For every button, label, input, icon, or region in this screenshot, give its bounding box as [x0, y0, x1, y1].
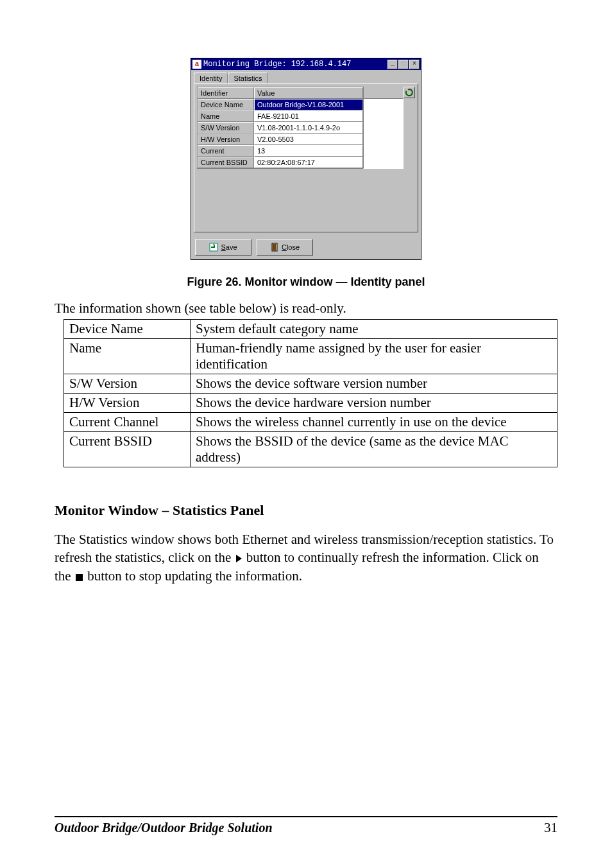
detail-pane: [363, 98, 404, 169]
paragraph: The Statistics window shows both Etherne…: [55, 530, 557, 585]
cell-id: S/W Version: [198, 122, 254, 134]
cell-val: V2.00-5503: [254, 134, 363, 145]
cell-id: H/W Version: [198, 134, 254, 145]
table-row[interactable]: Name FAE-9210-01: [198, 110, 363, 122]
col-value: Value: [254, 87, 363, 99]
cell-val: Outdoor Bridge-V1.08-2001: [254, 99, 363, 110]
cell-id: Current BSSID: [198, 157, 254, 168]
cell-desc: Shows the wireless channel currently in …: [191, 413, 557, 432]
stop-icon: [76, 574, 83, 581]
cell-desc: Shows the device software version number: [191, 374, 557, 394]
cell-key: Name: [64, 339, 191, 374]
table-row: Current Channel Shows the wireless chann…: [64, 413, 557, 432]
refresh-button[interactable]: [404, 87, 415, 98]
col-identifier: Identifier: [198, 87, 254, 99]
table-row: H/W Version Shows the device hardware ve…: [64, 394, 557, 413]
close-button[interactable]: Close: [257, 239, 313, 256]
text: button to stop updating the information.: [84, 568, 302, 584]
table-row: S/W Version Shows the device software ve…: [64, 374, 557, 394]
save-button[interactable]: Save: [195, 239, 251, 256]
table-row: Name Human-friendly name assigned by the…: [64, 339, 557, 374]
table-row[interactable]: Device Name Outdoor Bridge-V1.08-2001: [198, 99, 363, 110]
svg-rect-2: [273, 244, 276, 250]
identity-panel: Identifier Value Device Name Outdoor Bri…: [194, 83, 418, 232]
save-label: Save: [221, 243, 237, 251]
button-bar: Save Close: [191, 235, 421, 259]
section-heading: Monitor Window – Statistics Panel: [55, 502, 557, 519]
identity-table: Identifier Value Device Name Outdoor Bri…: [197, 87, 364, 169]
app-icon: a: [192, 60, 201, 69]
cell-val: 02:80:2A:08:67:17: [254, 157, 363, 168]
save-icon: [209, 243, 218, 252]
cell-id: Name: [198, 110, 254, 122]
table-row[interactable]: Current Channel 13: [198, 145, 363, 157]
table-row[interactable]: S/W Version V1.08-2001-1.1.0-1.4.9-2o: [198, 122, 363, 134]
minimize-button[interactable]: _: [387, 60, 398, 69]
close-window-button[interactable]: ×: [409, 60, 420, 69]
refresh-icon: [405, 89, 413, 96]
tab-statistics[interactable]: Statistics: [228, 73, 268, 83]
cell-desc: Shows the BSSID of the device (same as t…: [191, 432, 557, 467]
table-row: Device Name System default category name: [64, 320, 557, 339]
window-title: Monitoring Bridge: 192.168.4.147: [203, 60, 387, 69]
play-icon: [236, 555, 242, 562]
footer-title: Outdoor Bridge/Outdoor Bridge Solution: [55, 820, 273, 835]
info-table: Device Name System default category name…: [64, 319, 557, 467]
cell-desc: Human-friendly name assigned by the user…: [191, 339, 557, 374]
table-row: Current BSSID Shows the BSSID of the dev…: [64, 432, 557, 467]
cell-key: Device Name: [64, 320, 191, 339]
cell-desc: Shows the device hardware version number: [191, 394, 557, 413]
cell-id: Device Name: [198, 99, 254, 110]
cell-desc: System default category name: [191, 320, 557, 339]
table-row[interactable]: Current BSSID 02:80:2A:08:67:17: [198, 157, 363, 168]
page-footer: Outdoor Bridge/Outdoor Bridge Solution 3…: [55, 816, 557, 836]
maximize-button[interactable]: □: [398, 60, 409, 69]
table-row[interactable]: H/W Version V2.00-5503: [198, 134, 363, 145]
monitor-window: a Monitoring Bridge: 192.168.4.147 _ □ ×…: [191, 58, 421, 260]
page-number: 31: [544, 820, 557, 836]
cell-key: Current BSSID: [64, 432, 191, 467]
tab-identity[interactable]: Identity: [194, 73, 228, 83]
titlebar: a Monitoring Bridge: 192.168.4.147 _ □ ×: [191, 58, 421, 70]
footer-rule: [55, 816, 557, 817]
cell-key: S/W Version: [64, 374, 191, 394]
close-label: Close: [282, 243, 300, 251]
cell-key: Current Channel: [64, 413, 191, 432]
figure-caption: Figure 26. Monitor window — Identity pan…: [55, 275, 557, 289]
tab-strip: IdentityStatistics: [191, 70, 421, 83]
cell-val: 13: [254, 145, 363, 157]
cell-val: FAE-9210-01: [254, 110, 363, 122]
cell-id: Current Channel: [198, 145, 254, 157]
cell-val: V1.08-2001-1.1.0-1.4.9-2o: [254, 122, 363, 134]
door-icon: [270, 243, 279, 252]
cell-key: H/W Version: [64, 394, 191, 413]
intro-text: The information shown (see table below) …: [55, 300, 557, 317]
